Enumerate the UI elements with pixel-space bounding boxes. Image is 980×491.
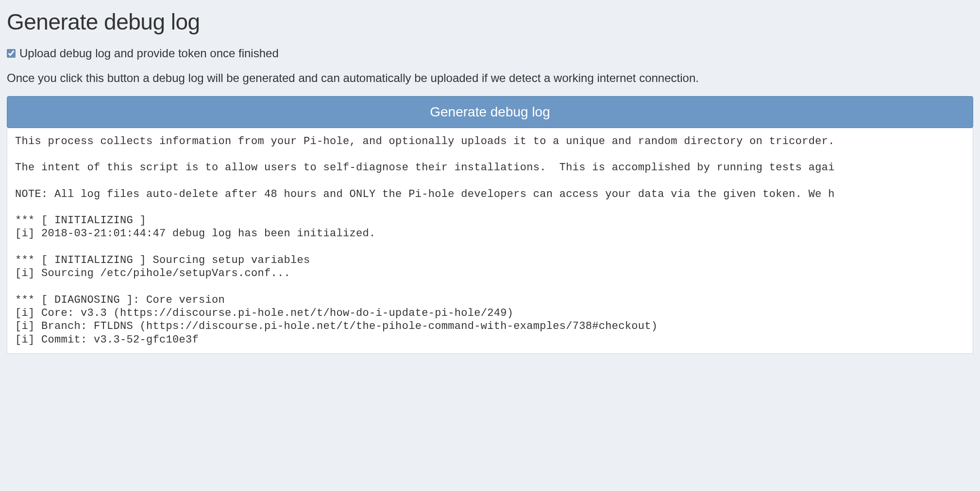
page-header: Generate debug log	[0, 0, 980, 47]
generate-debug-log-button[interactable]: Generate debug log	[7, 96, 973, 128]
content-section: Upload debug log and provide token once …	[0, 47, 980, 354]
upload-option-row: Upload debug log and provide token once …	[7, 47, 973, 60]
page-title: Generate debug log	[7, 9, 973, 35]
upload-checkbox-label[interactable]: Upload debug log and provide token once …	[19, 47, 279, 60]
debug-log-output: This process collects information from y…	[7, 128, 973, 354]
description-text: Once you click this button a debug log w…	[7, 70, 973, 86]
upload-checkbox[interactable]	[7, 49, 16, 58]
